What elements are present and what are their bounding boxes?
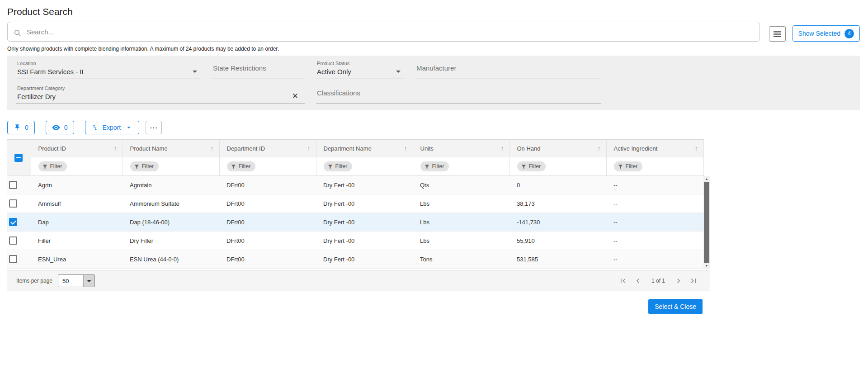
cell-product-name: ESN Urea (44-0-0) xyxy=(123,250,219,269)
table-row[interactable]: Ammsulf Ammonium Sulfate DFrt00 Dry Fert… xyxy=(7,194,703,213)
row-checkbox[interactable] xyxy=(9,255,17,263)
table-row[interactable]: Filler Dry Filler DFrt00 Dry Fert -00 Lb… xyxy=(7,232,703,250)
table-row[interactable]: Dap Dap (18-46-00) DFrt00 Dry Fert -00 L… xyxy=(7,213,703,232)
state-restrictions-input[interactable]: State Restrictions xyxy=(212,58,305,79)
cell-product-id: ESN_Urea xyxy=(31,250,123,269)
sort-arrow-icon[interactable]: ↑ xyxy=(114,145,117,152)
column-filter-chip[interactable]: Filter xyxy=(420,161,449,171)
cell-active-ingredient: -- xyxy=(606,250,703,269)
paginator: Items per page 50 1 of 1 xyxy=(7,270,710,291)
clear-icon[interactable]: ✕ xyxy=(292,91,298,101)
table-scrollbar[interactable]: ▲ ▼ xyxy=(703,176,710,269)
show-selected-button[interactable]: Show Selected 4 xyxy=(793,25,860,42)
column-filter-chip[interactable]: Filter xyxy=(130,161,159,171)
scroll-up-icon[interactable]: ▲ xyxy=(703,176,710,182)
column-options-button[interactable] xyxy=(769,26,786,42)
column-filter-chip[interactable]: Filter xyxy=(517,161,546,171)
column-filter-chip[interactable]: Filter xyxy=(227,161,256,171)
product-search-dialog: Product Search Show Selected 4 Only show… xyxy=(0,0,868,314)
row-checkbox[interactable] xyxy=(9,236,17,245)
table-filter-row: FilterFilterFilterFilterFilterFilterFilt… xyxy=(7,157,703,176)
sort-arrow-icon[interactable]: ↑ xyxy=(501,145,504,152)
classifications-input[interactable]: Classifications xyxy=(316,83,601,104)
more-options-button[interactable]: ⋯ xyxy=(146,121,162,134)
product-status-select[interactable]: Product Status Active Only xyxy=(316,58,404,79)
row-checkbox[interactable] xyxy=(9,218,17,226)
manufacturer-input[interactable]: Manufacturer xyxy=(415,58,601,79)
cell-units: Lbs xyxy=(413,232,509,250)
sort-arrow-icon[interactable]: ↑ xyxy=(695,145,698,152)
cell-units: Tons xyxy=(413,250,509,269)
row-checkbox[interactable] xyxy=(9,181,17,189)
cell-product-name: Dap (18-46-00) xyxy=(123,213,219,232)
sort-arrow-icon[interactable]: ↑ xyxy=(598,145,601,152)
show-selected-label: Show Selected xyxy=(798,30,840,37)
filter-cell: Filter xyxy=(316,157,413,176)
state-restrictions-placeholder: State Restrictions xyxy=(213,64,294,72)
location-label: Location xyxy=(17,61,190,66)
select-all-checkbox-cell xyxy=(7,140,31,176)
cell-department-name: Dry Fert -00 xyxy=(316,176,413,194)
filter-icon xyxy=(424,164,430,170)
search-box[interactable] xyxy=(7,22,760,42)
cell-product-id: Dap xyxy=(31,213,123,232)
cell-department-id: DFrt00 xyxy=(219,176,316,194)
column-header-units[interactable]: Units↑ xyxy=(413,140,509,157)
pager-nav: 1 of 1 xyxy=(618,276,698,285)
items-per-page-value: 50 xyxy=(58,275,83,287)
column-header-label: Product Name xyxy=(130,145,168,152)
column-header-department-name[interactable]: Department Name↑ xyxy=(316,140,413,157)
row-checkbox[interactable] xyxy=(9,199,17,208)
column-filter-chip[interactable]: Filter xyxy=(614,161,643,171)
product-status-label: Product Status xyxy=(317,61,393,66)
cell-active-ingredient: -- xyxy=(606,176,703,194)
column-header-label: On Hand xyxy=(517,145,541,152)
watched-rows-button[interactable]: 0 xyxy=(46,121,74,134)
export-button[interactable]: Export xyxy=(85,121,139,134)
scroll-down-icon[interactable]: ▼ xyxy=(703,263,710,269)
column-header-on-hand[interactable]: On Hand↑ xyxy=(509,140,606,157)
search-input[interactable] xyxy=(26,28,760,36)
next-page-button[interactable] xyxy=(674,276,683,285)
cell-department-id: DFrt00 xyxy=(219,194,316,213)
eye-icon xyxy=(52,123,60,132)
filter-icon xyxy=(521,164,527,170)
select-close-button[interactable]: Select & Close xyxy=(648,299,703,314)
column-header-product-name[interactable]: Product Name↑ xyxy=(123,140,219,157)
column-header-department-id[interactable]: Department ID↑ xyxy=(219,140,316,157)
cell-department-id: DFrt00 xyxy=(219,232,316,250)
table-row[interactable]: ESN_Urea ESN Urea (44-0-0) DFrt00 Dry Fe… xyxy=(7,250,703,269)
filter-icon xyxy=(231,164,236,170)
items-per-page-select[interactable]: 50 xyxy=(58,274,95,287)
sort-arrow-icon[interactable]: ↑ xyxy=(211,145,214,152)
filter-chip-label: Filter xyxy=(239,163,251,170)
last-page-button[interactable] xyxy=(689,276,698,285)
select-all-checkbox[interactable] xyxy=(14,154,23,162)
table-row[interactable]: Agrtn Agrotain DFrt00 Dry Fert -00 Qts 0… xyxy=(7,176,703,194)
sort-arrow-icon[interactable]: ↑ xyxy=(307,145,311,152)
filter-panel: Location SSI Farm Services - IL State Re… xyxy=(7,56,860,110)
department-category-value: Fertilizer Dry xyxy=(17,93,294,100)
column-header-label: Department ID xyxy=(227,145,265,152)
page-info: 1 of 1 xyxy=(651,278,665,284)
column-filter-chip[interactable]: Filter xyxy=(38,161,67,171)
row-checkbox-cell xyxy=(7,194,31,213)
location-select[interactable]: Location SSI Farm Services - IL xyxy=(16,58,201,79)
cell-product-name: Ammonium Sulfate xyxy=(123,194,219,213)
filter-chip-label: Filter xyxy=(142,163,154,170)
filter-cell: Filter xyxy=(31,157,123,176)
column-filter-chip[interactable]: Filter xyxy=(324,161,353,171)
column-header-active-ingredient[interactable]: Active Ingredient↑ xyxy=(606,140,703,157)
pinned-rows-button[interactable]: 0 xyxy=(7,121,35,134)
previous-page-button[interactable] xyxy=(633,276,642,285)
filter-cell: Filter xyxy=(606,157,703,176)
cell-on-hand: 55,910 xyxy=(509,232,606,250)
scrollbar-thumb[interactable] xyxy=(704,182,709,263)
column-header-product-id[interactable]: Product ID↑ xyxy=(31,140,123,157)
filter-icon xyxy=(327,164,333,170)
department-category-input[interactable]: Department Category Fertilizer Dry ✕ xyxy=(16,83,305,104)
first-page-button[interactable] xyxy=(618,276,627,285)
sort-arrow-icon[interactable]: ↑ xyxy=(404,145,407,152)
cell-department-name: Dry Fert -00 xyxy=(316,250,413,269)
chevron-down-icon xyxy=(83,275,94,287)
